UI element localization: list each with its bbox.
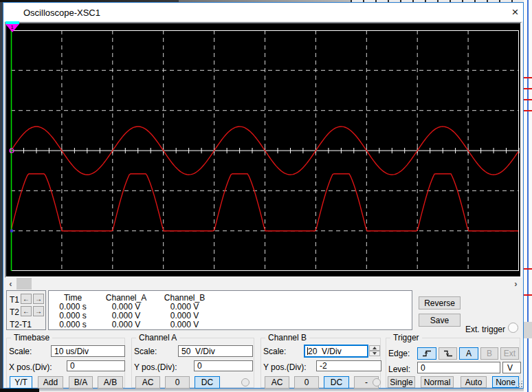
title-bar[interactable]: Oscilloscope-XSC1 × — [4, 3, 523, 21]
channel-b-scale-spinner[interactable] — [369, 345, 380, 357]
trigger-group: Trigger Edge: A B Ext Level: 0 V Single — [386, 338, 520, 388]
timebase-ab-button[interactable]: A/B — [98, 376, 123, 389]
trigger-single-button[interactable]: Single — [388, 376, 415, 388]
t2-time: 0.000 s — [49, 311, 97, 320]
rising-edge-icon — [421, 349, 432, 358]
cursor-t2-label: T2 — [10, 307, 19, 317]
trigger-level-unit[interactable]: V — [502, 362, 521, 373]
trigger-title: Trigger — [390, 333, 422, 342]
background-wire-red — [524, 294, 532, 296]
background-wire-red — [524, 88, 532, 89]
channel-b-ypos-input[interactable]: -2 — [316, 360, 381, 371]
t1-left-button[interactable]: ← — [21, 294, 32, 304]
channel-b-dc-button[interactable]: DC — [324, 376, 349, 389]
channel-a-zero-button[interactable]: 0 — [165, 376, 190, 389]
channel-b-ac-button[interactable]: AC — [265, 376, 289, 389]
channel-a-dc-button[interactable]: DC — [195, 376, 220, 389]
cursor-readout-box: T1 ← → T2 ← → T2-T1 — [6, 290, 46, 330]
background-strip-bottom-left — [0, 389, 39, 392]
trigger-normal-button[interactable]: Normal — [421, 376, 454, 388]
cursor-t1-label: T1 — [10, 295, 19, 305]
col-header-time: Time — [49, 293, 97, 303]
t2-left-button[interactable]: ← — [21, 306, 32, 316]
t2t1-cha: 0.000 V — [97, 320, 155, 329]
spinner-up-button[interactable] — [369, 345, 380, 351]
arrow-left-icon: ← — [23, 295, 30, 303]
t2-cha: 0.000 V — [97, 311, 155, 320]
cursor-1-handle[interactable]: 1 — [4, 21, 22, 34]
trigger-none-button[interactable]: None — [492, 376, 519, 388]
trigger-rising-edge-button[interactable] — [417, 347, 436, 360]
trigger-level-input[interactable]: 0 — [417, 362, 500, 373]
scrollbar-right-button[interactable]: › — [510, 278, 522, 290]
background-wire-red — [524, 77, 532, 78]
oscilloscope-window: Oscilloscope-XSC1 × 1 ‹ › T1 ← — [3, 2, 524, 389]
channel-b-scale-input[interactable]: 20 V/Div — [304, 345, 368, 358]
timebase-scale-label: Scale: — [9, 347, 32, 356]
trigger-falling-edge-button[interactable] — [439, 347, 457, 360]
channel-b-zero-button[interactable]: 0 — [294, 376, 319, 389]
channel-a-group: Channel A Scale: 50 V/Div Y pos.(Div): 0… — [131, 338, 254, 388]
t1-time: 0.000 s — [49, 302, 97, 312]
t1-cha: 0.000 V — [97, 302, 155, 312]
background-strip-bottom-right — [39, 389, 532, 392]
channel-b-group: Channel B Scale: 20 V/Div Y pos.(Div): -… — [261, 338, 381, 388]
background-wire-red — [524, 268, 532, 270]
close-icon: × — [512, 6, 519, 19]
channel-a-ac-button[interactable]: AC — [135, 376, 160, 389]
trigger-source-b-button[interactable]: B — [480, 347, 498, 360]
scroll-right-icon: › — [514, 279, 517, 289]
falling-edge-icon — [443, 349, 454, 358]
timebase-yt-button[interactable]: Y/T — [10, 376, 32, 389]
scroll-left-icon: ‹ — [9, 279, 12, 289]
close-button[interactable]: × — [506, 3, 524, 21]
screen: Oscilloscope-XSC1 × 1 ‹ › T1 ← — [0, 0, 532, 392]
scrollbar-left-button[interactable]: ‹ — [5, 278, 16, 290]
t1-right-button[interactable]: → — [33, 294, 44, 304]
channel-b-probe-radio — [373, 378, 381, 386]
window-title: Oscilloscope-XSC1 — [23, 8, 100, 18]
background-wire-red — [524, 99, 532, 100]
chevron-up-icon — [373, 347, 377, 349]
channel-b-title: Channel B — [265, 333, 309, 342]
channel-a-scale-label: Scale: — [134, 347, 157, 356]
channel-a-probe-radio — [241, 378, 250, 386]
t1-chb: 0.000 V — [155, 302, 214, 312]
trigger-auto-button[interactable]: Auto — [461, 376, 487, 388]
ext-trigger-label: Ext. trigger — [465, 325, 505, 334]
timebase-ba-button[interactable]: B/A — [69, 376, 93, 389]
spinner-down-button[interactable] — [369, 351, 380, 356]
col-header-channel-a: Channel_A — [97, 293, 155, 303]
channel-a-title: Channel A — [136, 333, 179, 342]
channel-a-ypos-input[interactable]: 0 — [194, 360, 253, 371]
chevron-down-icon — [373, 352, 377, 355]
trigger-source-a-button[interactable]: A — [459, 347, 478, 360]
scrollbar-thumb[interactable] — [16, 278, 32, 290]
channel-a-ypos-label: Y pos.(Div): — [134, 362, 177, 372]
timebase-xpos-input[interactable]: 0 — [67, 360, 125, 371]
channel-b-scale-label: Scale: — [263, 347, 286, 356]
scope-graph — [11, 30, 519, 271]
cursor-number: 1 — [11, 24, 14, 30]
cursor-t2t1-label: T2-T1 — [10, 320, 32, 329]
background-block — [524, 322, 532, 338]
scope-scrollbar[interactable]: ‹ › — [5, 278, 522, 290]
trigger-level-label: Level: — [388, 364, 410, 374]
measurement-table: Time Channel_A Channel_B 0.000 s 0.000 V… — [48, 290, 412, 330]
channel-a-scale-input[interactable]: 50 V/Div — [178, 345, 253, 357]
timebase-group: Timebase Scale: 10 us/Div X pos.(Div): 0… — [6, 338, 125, 388]
arrow-right-icon: → — [35, 295, 42, 303]
timebase-scale-input[interactable]: 10 us/Div — [51, 345, 125, 357]
arrow-left-icon: ← — [23, 307, 30, 315]
timebase-add-button[interactable]: Add — [38, 376, 63, 389]
t2t1-chb: 0.000 V — [155, 320, 214, 329]
reverse-button[interactable]: Reverse — [419, 296, 461, 309]
trigger-source-ext-button[interactable]: Ext — [500, 347, 519, 360]
background-strip-right — [524, 0, 532, 392]
trigger-edge-label: Edge: — [388, 349, 410, 358]
t2t1-time: 0.000 s — [49, 320, 97, 329]
t2-right-button[interactable]: → — [33, 306, 44, 316]
col-header-channel-b: Channel_B — [155, 293, 214, 303]
save-button[interactable]: Save — [419, 314, 461, 327]
ext-trigger-radio[interactable] — [508, 323, 518, 333]
